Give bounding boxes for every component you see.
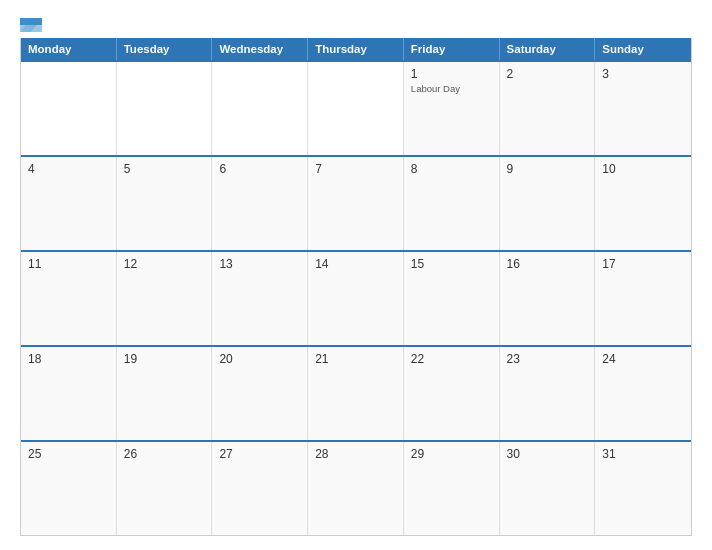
day-number: 22 (411, 352, 492, 366)
calendar-cell: 7 (308, 157, 404, 250)
day-number: 26 (124, 447, 205, 461)
calendar-cell (212, 62, 308, 155)
day-number: 5 (124, 162, 205, 176)
calendar-cell: 1Labour Day (404, 62, 500, 155)
day-number: 13 (219, 257, 300, 271)
day-number: 15 (411, 257, 492, 271)
day-number: 28 (315, 447, 396, 461)
day-number: 31 (602, 447, 684, 461)
calendar-cell: 21 (308, 347, 404, 440)
calendar-cell: 26 (117, 442, 213, 535)
calendar-cell: 3 (595, 62, 691, 155)
logo-flag-icon (20, 18, 42, 32)
day-number: 12 (124, 257, 205, 271)
calendar-cell (21, 62, 117, 155)
weekday-header: Sunday (595, 38, 691, 60)
weekday-header: Saturday (500, 38, 596, 60)
calendar-week: 1Labour Day23 (21, 60, 691, 155)
day-number: 29 (411, 447, 492, 461)
day-number: 11 (28, 257, 109, 271)
day-number: 8 (411, 162, 492, 176)
calendar-cell: 9 (500, 157, 596, 250)
calendar-body: 1Labour Day23456789101112131415161718192… (21, 60, 691, 535)
calendar-cell: 11 (21, 252, 117, 345)
calendar-week: 18192021222324 (21, 345, 691, 440)
top-bar (20, 18, 692, 32)
calendar-cell: 27 (212, 442, 308, 535)
calendar: MondayTuesdayWednesdayThursdayFridaySatu… (20, 38, 692, 536)
calendar-cell: 30 (500, 442, 596, 535)
day-number: 16 (507, 257, 588, 271)
calendar-cell: 22 (404, 347, 500, 440)
weekday-header: Monday (21, 38, 117, 60)
day-number: 10 (602, 162, 684, 176)
calendar-cell: 15 (404, 252, 500, 345)
day-number: 19 (124, 352, 205, 366)
day-number: 18 (28, 352, 109, 366)
calendar-cell: 4 (21, 157, 117, 250)
day-number: 25 (28, 447, 109, 461)
weekday-header: Wednesday (212, 38, 308, 60)
calendar-cell (308, 62, 404, 155)
calendar-cell: 19 (117, 347, 213, 440)
day-number: 27 (219, 447, 300, 461)
calendar-cell: 23 (500, 347, 596, 440)
holiday-label: Labour Day (411, 83, 492, 94)
calendar-cell: 28 (308, 442, 404, 535)
day-number: 2 (507, 67, 588, 81)
calendar-cell: 8 (404, 157, 500, 250)
day-number: 14 (315, 257, 396, 271)
calendar-cell: 16 (500, 252, 596, 345)
day-number: 9 (507, 162, 588, 176)
day-number: 30 (507, 447, 588, 461)
calendar-cell: 6 (212, 157, 308, 250)
calendar-cell: 20 (212, 347, 308, 440)
weekday-header: Friday (404, 38, 500, 60)
calendar-cell: 2 (500, 62, 596, 155)
calendar-cell: 5 (117, 157, 213, 250)
day-number: 4 (28, 162, 109, 176)
day-number: 7 (315, 162, 396, 176)
calendar-cell: 31 (595, 442, 691, 535)
calendar-week: 25262728293031 (21, 440, 691, 535)
calendar-cell: 29 (404, 442, 500, 535)
calendar-header: MondayTuesdayWednesdayThursdayFridaySatu… (21, 38, 691, 60)
calendar-cell: 24 (595, 347, 691, 440)
logo (20, 18, 42, 32)
calendar-week: 45678910 (21, 155, 691, 250)
day-number: 1 (411, 67, 492, 81)
calendar-cell: 25 (21, 442, 117, 535)
day-number: 21 (315, 352, 396, 366)
day-number: 3 (602, 67, 684, 81)
calendar-cell: 13 (212, 252, 308, 345)
calendar-cell (117, 62, 213, 155)
day-number: 20 (219, 352, 300, 366)
weekday-header: Thursday (308, 38, 404, 60)
day-number: 23 (507, 352, 588, 366)
day-number: 6 (219, 162, 300, 176)
calendar-week: 11121314151617 (21, 250, 691, 345)
day-number: 24 (602, 352, 684, 366)
calendar-cell: 14 (308, 252, 404, 345)
calendar-cell: 18 (21, 347, 117, 440)
calendar-cell: 12 (117, 252, 213, 345)
calendar-cell: 10 (595, 157, 691, 250)
page: MondayTuesdayWednesdayThursdayFridaySatu… (0, 0, 712, 550)
weekday-header: Tuesday (117, 38, 213, 60)
day-number: 17 (602, 257, 684, 271)
calendar-cell: 17 (595, 252, 691, 345)
